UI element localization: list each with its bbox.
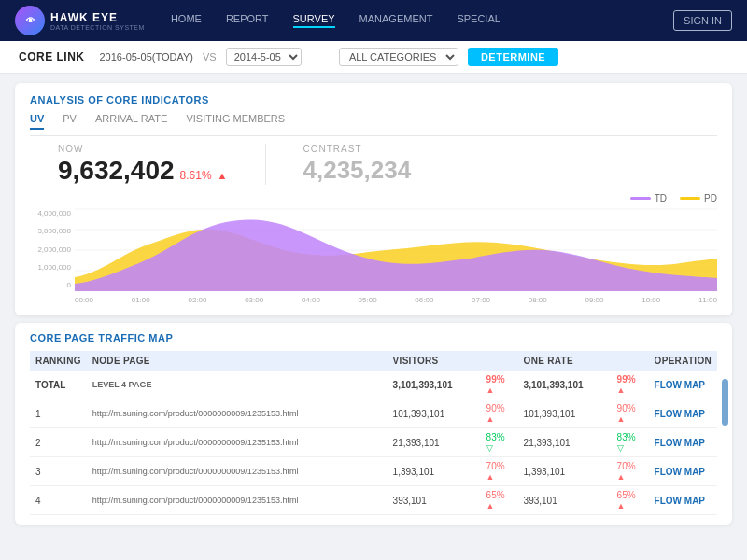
cell-operation[interactable]: FLOW MAP	[649, 428, 717, 457]
cell-onerate: 21,393,101	[518, 428, 612, 457]
cell-opct: 65% ▲	[612, 486, 649, 515]
cell-visitors: 393,101	[388, 486, 481, 515]
contrast-label: CONTRAST	[303, 144, 412, 154]
nav-link-home[interactable]: HOME	[171, 13, 202, 28]
cell-onerate: 393,101	[518, 486, 612, 515]
x-label-1: 01:00	[132, 296, 150, 304]
chart-svg	[75, 207, 717, 291]
x-label-2: 02:00	[188, 296, 206, 304]
y-label-4m: 4,000,000	[30, 209, 71, 217]
metric-now: NOW 9,632,402 8.61% ▲	[58, 144, 228, 186]
navbar: 👁 HAWK EYE DATA DETECTION SYSTEM HOME RE…	[0, 0, 747, 41]
y-label-1m: 1,000,000	[30, 263, 71, 272]
metrics: NOW 9,632,402 8.61% ▲ CONTRAST 4,235,234	[58, 144, 717, 186]
tab-uv[interactable]: UV	[30, 113, 44, 130]
signin-button[interactable]: SIGN IN	[673, 10, 732, 31]
col-visitors: VISITORS	[388, 351, 481, 371]
change-value: 8.61%	[180, 169, 212, 182]
subbar-date-select[interactable]: 2014-5-05	[226, 48, 302, 66]
nav-link-report[interactable]: REPORT	[226, 13, 269, 28]
subbar: CORE LINK 2016-05-05(TODAY) VS 2014-5-05…	[0, 41, 747, 74]
logo-icon: 👁	[15, 6, 45, 35]
x-axis-labels: 00:00 01:00 02:00 03:00 04:00 05:00 06:0…	[75, 296, 717, 304]
y-label-0: 0	[30, 281, 71, 289]
cell-visitors: 1,393,101	[388, 457, 481, 486]
cell-rank: 1	[30, 399, 87, 428]
main-content: ANALYSIS OF CORE INDICATORS UV PV ARRIVA…	[0, 74, 747, 534]
y-label-2m: 2,000,000	[30, 245, 71, 254]
y-label-3m: 3,000,000	[30, 227, 71, 235]
cell-rank: 2	[30, 428, 87, 457]
table-row: TOTAL LEVEL 4 PAGE 3,101,393,101 99% ▲ 3…	[30, 371, 717, 399]
now-label: NOW	[58, 144, 228, 154]
now-value-group: 9,632,402 8.61% ▲	[58, 156, 228, 186]
cell-operation[interactable]: FLOW MAP	[649, 371, 717, 399]
tab-pv[interactable]: PV	[63, 113, 77, 130]
now-value: 9,632,402	[58, 156, 175, 186]
cell-vpct: 65% ▲	[481, 486, 518, 515]
cell-opct: 83% ▽	[612, 428, 649, 457]
logo-brand: HAWK EYE	[50, 11, 145, 24]
col-one-rate-pct	[612, 351, 649, 371]
subbar-title: CORE LINK	[19, 50, 85, 63]
nav-link-survey[interactable]: SURVEY	[293, 13, 335, 28]
cell-visitors: 21,393,101	[388, 428, 481, 457]
metric-contrast: CONTRAST 4,235,234	[265, 144, 412, 185]
x-label-6: 06:00	[415, 296, 433, 304]
subbar-vs: VS	[203, 51, 217, 63]
logo-sub: DATA DETECTION SYSTEM	[50, 24, 145, 31]
subbar-categories-select[interactable]: ALL CATEGORIES	[339, 48, 458, 66]
cell-operation[interactable]: FLOW MAP	[649, 457, 717, 486]
legend-pd: PD	[680, 193, 717, 203]
x-label-10: 10:00	[641, 296, 660, 304]
cell-onerate: 101,393,101	[518, 399, 612, 428]
pd-label: PD	[704, 193, 717, 203]
determine-button[interactable]: DETERMINE	[468, 48, 558, 66]
nav-link-special[interactable]: SPECIAL	[457, 13, 500, 28]
x-label-4: 04:00	[302, 296, 320, 304]
cell-vpct: 70% ▲	[481, 457, 518, 486]
cell-page: http://m.suning.com/product/0000000009/1…	[87, 399, 388, 428]
nav-link-management[interactable]: MANAGEMENT	[359, 13, 433, 28]
cell-rank: 3	[30, 457, 87, 486]
tab-arrival-rate[interactable]: ARRIVAL RATE	[95, 113, 167, 130]
table-row: 3 http://m.suning.com/product/0000000009…	[30, 457, 717, 486]
cell-visitors: 3,101,393,101	[388, 371, 481, 399]
scrollbar-indicator[interactable]	[722, 379, 728, 426]
cell-page: LEVEL 4 PAGE	[87, 371, 388, 399]
x-label-8: 08:00	[529, 296, 547, 304]
table-header-row: RANKING NODE PAGE VISITORS ONE RATE OPER…	[30, 351, 717, 371]
analysis-card: ANALYSIS OF CORE INDICATORS UV PV ARRIVA…	[15, 83, 732, 315]
analysis-title: ANALYSIS OF CORE INDICATORS	[30, 94, 717, 105]
cell-opct: 90% ▲	[612, 399, 649, 428]
pd-color-swatch	[680, 197, 700, 200]
cell-operation[interactable]: FLOW MAP	[649, 399, 717, 428]
cell-operation[interactable]: FLOW MAP	[649, 486, 717, 515]
tab-visiting-members[interactable]: VISITING MEMBERS	[186, 113, 285, 130]
cell-rank: TOTAL	[30, 371, 87, 399]
x-label-7: 07:00	[472, 296, 490, 304]
change-arrow-icon: ▲	[218, 170, 228, 181]
cell-vpct: 90% ▲	[481, 399, 518, 428]
col-operation: OPERATION	[649, 351, 717, 371]
contrast-value: 4,235,234	[303, 156, 412, 185]
chart-legend: TD PD	[30, 193, 717, 203]
table-row: 2 http://m.suning.com/product/0000000009…	[30, 428, 717, 457]
analysis-tabs: UV PV ARRIVAL RATE VISITING MEMBERS	[30, 113, 717, 136]
cell-rank: 4	[30, 486, 87, 515]
cell-vpct: 99% ▲	[481, 371, 518, 399]
table-row: 1 http://m.suning.com/product/0000000009…	[30, 399, 717, 428]
col-one-rate: ONE RATE	[518, 351, 612, 371]
col-ranking: RANKING	[30, 351, 87, 371]
cell-opct: 99% ▲	[612, 371, 649, 399]
logo-text: HAWK EYE DATA DETECTION SYSTEM	[50, 11, 145, 31]
cell-opct: 70% ▲	[612, 457, 649, 486]
td-color-swatch	[630, 197, 651, 200]
y-axis-labels: 4,000,000 3,000,000 2,000,000 1,000,000 …	[30, 207, 75, 291]
traffic-title: CORE PAGE TRAFFIC MAP	[30, 332, 717, 343]
traffic-card: CORE PAGE TRAFFIC MAP RANKING NODE PAGE …	[15, 323, 732, 525]
cell-onerate: 1,393,101	[518, 457, 612, 486]
table-row: 4 http://m.suning.com/product/0000000009…	[30, 486, 717, 515]
cell-page: http://m.suning.com/product/0000000009/1…	[87, 486, 388, 515]
cell-page: http://m.suning.com/product/0000000009/1…	[87, 457, 388, 486]
